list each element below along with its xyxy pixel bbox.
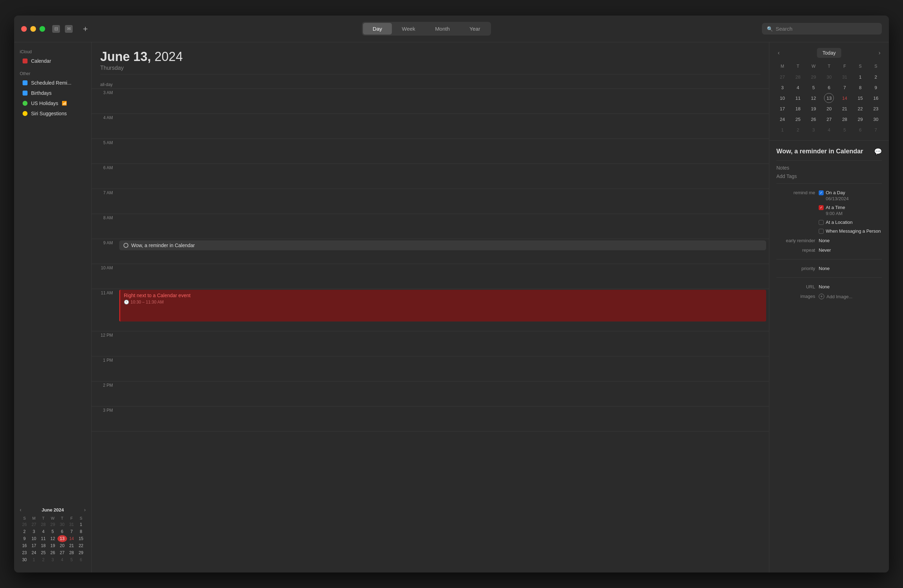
- mini-cal-cell[interactable]: 28: [38, 521, 48, 528]
- mini-cal-cell[interactable]: 8: [76, 528, 86, 535]
- mini-cal-cell[interactable]: 18: [38, 542, 48, 549]
- tab-week[interactable]: Week: [392, 23, 425, 34]
- mini-cal-cell[interactable]: 6: [58, 528, 67, 535]
- top-cal-cell[interactable]: 17: [777, 103, 787, 113]
- top-cal-cell[interactable]: 6: [824, 83, 834, 93]
- sidebar-item-calendar[interactable]: Calendar: [17, 56, 88, 66]
- top-cal-cell[interactable]: 30: [824, 72, 834, 82]
- mini-cal-cell[interactable]: 4: [38, 528, 48, 535]
- mini-cal-cell[interactable]: 5: [48, 528, 58, 535]
- top-cal-cell-selected[interactable]: 13: [824, 93, 834, 103]
- top-cal-cell[interactable]: 4: [793, 83, 803, 93]
- mini-cal-prev[interactable]: ‹: [20, 507, 22, 513]
- mini-cal-cell[interactable]: 25: [38, 549, 48, 556]
- mini-cal-cell[interactable]: 21: [67, 542, 77, 549]
- mini-cal-cell[interactable]: 31: [67, 521, 77, 528]
- at-a-location-row[interactable]: At a Location: [819, 220, 881, 225]
- top-cal-cell[interactable]: 29: [855, 114, 865, 124]
- top-cal-cell[interactable]: 3: [809, 125, 818, 135]
- mini-cal-cell[interactable]: 12: [48, 535, 58, 542]
- mini-cal-cell[interactable]: 27: [29, 521, 39, 528]
- top-cal-cell[interactable]: 25: [793, 114, 803, 124]
- on-a-day-row[interactable]: ✓ On a Day: [819, 190, 881, 195]
- search-bar[interactable]: 🔍 Search: [762, 23, 882, 34]
- top-cal-cell[interactable]: 31: [840, 72, 850, 82]
- tab-day[interactable]: Day: [363, 23, 392, 34]
- top-cal-cell[interactable]: 4: [824, 125, 834, 135]
- top-cal-cell[interactable]: 23: [871, 103, 881, 113]
- add-tags-label[interactable]: Add Tags: [776, 173, 882, 179]
- sidebar-item-birthdays[interactable]: Birthdays: [17, 88, 88, 98]
- mini-cal-cell[interactable]: 16: [20, 542, 29, 549]
- top-cal-cell[interactable]: 21: [840, 103, 850, 113]
- mini-cal-cell[interactable]: 28: [67, 549, 77, 556]
- top-cal-cell[interactable]: 28: [840, 114, 850, 124]
- add-image-button[interactable]: + Add Image...: [819, 294, 853, 299]
- mini-cal-cell[interactable]: 24: [29, 549, 39, 556]
- top-cal-cell[interactable]: 15: [855, 93, 865, 103]
- mini-cal-cell[interactable]: 5: [67, 556, 77, 563]
- mini-cal-cell[interactable]: 7: [67, 528, 77, 535]
- on-a-day-checkbox[interactable]: ✓: [819, 190, 824, 195]
- top-cal-cell[interactable]: 2: [871, 72, 881, 82]
- top-cal-cell[interactable]: 9: [871, 83, 881, 93]
- mini-cal-next[interactable]: ›: [84, 507, 86, 513]
- top-cal-cell[interactable]: 20: [824, 103, 834, 113]
- top-cal-cell[interactable]: 30: [871, 114, 881, 124]
- tab-year[interactable]: Year: [459, 23, 490, 34]
- time-grid[interactable]: 3 AM 4 AM 5 AM 6 AM 7 AM: [92, 89, 769, 572]
- at-a-time-checkbox[interactable]: ✓: [819, 205, 824, 210]
- top-cal-cell[interactable]: 3: [777, 83, 787, 93]
- fullscreen-button[interactable]: [39, 26, 45, 32]
- top-cal-cell[interactable]: 16: [871, 93, 881, 103]
- close-button[interactable]: [21, 26, 27, 32]
- top-cal-cell[interactable]: 19: [809, 103, 818, 113]
- top-cal-cell[interactable]: 24: [777, 114, 787, 124]
- reminder-event-wow[interactable]: Wow, a reminder in Calendar: [119, 240, 766, 250]
- top-cal-cell[interactable]: 8: [855, 83, 865, 93]
- mini-cal-cell[interactable]: 9: [20, 535, 29, 542]
- mini-cal-cell[interactable]: 27: [58, 549, 67, 556]
- mini-cal-cell[interactable]: 30: [20, 556, 29, 563]
- chat-icon[interactable]: 💬: [874, 148, 882, 155]
- mini-cal-cell[interactable]: 23: [20, 549, 29, 556]
- mini-cal-cell[interactable]: 15: [76, 535, 86, 542]
- sidebar-item-siri[interactable]: Siri Suggestions: [17, 108, 88, 118]
- mini-cal-cell[interactable]: 17: [29, 542, 39, 549]
- top-cal-cell[interactable]: 5: [809, 83, 818, 93]
- mini-cal-cell[interactable]: 30: [58, 521, 67, 528]
- mini-cal-cell[interactable]: 19: [48, 542, 58, 549]
- at-a-time-row[interactable]: ✓ At a Time: [819, 205, 881, 210]
- sidebar-toggle-icon[interactable]: ⊟: [52, 25, 60, 33]
- mini-cal-cell[interactable]: 22: [76, 542, 86, 549]
- when-messaging-row[interactable]: When Messaging a Person: [819, 229, 881, 234]
- top-cal-cell[interactable]: 7: [871, 125, 881, 135]
- mini-cal-cell[interactable]: 2: [38, 556, 48, 563]
- mini-cal-cell[interactable]: 6: [76, 556, 86, 563]
- top-mini-cal-prev[interactable]: ‹: [775, 48, 782, 58]
- mini-cal-cell[interactable]: 1: [76, 521, 86, 528]
- top-cal-cell[interactable]: 14: [840, 93, 850, 103]
- top-cal-cell[interactable]: 27: [777, 72, 787, 82]
- mini-cal-cell[interactable]: 3: [29, 528, 39, 535]
- mini-cal-cell[interactable]: 20: [58, 542, 67, 549]
- today-button[interactable]: Today: [817, 48, 841, 58]
- top-cal-cell[interactable]: 12: [809, 93, 818, 103]
- top-mini-cal-next[interactable]: ›: [876, 48, 883, 58]
- mini-cal-cell[interactable]: 29: [48, 521, 58, 528]
- when-messaging-checkbox[interactable]: [819, 229, 824, 234]
- at-a-location-checkbox[interactable]: [819, 220, 824, 225]
- add-event-button[interactable]: +: [80, 23, 91, 34]
- note-icon[interactable]: ✉: [65, 25, 73, 33]
- calendar-event-right-next[interactable]: Right next to a Calendar event 🕙 10:30 –…: [119, 290, 766, 321]
- mini-cal-cell[interactable]: 11: [38, 535, 48, 542]
- tab-month[interactable]: Month: [425, 23, 459, 34]
- mini-cal-today[interactable]: 13: [58, 535, 67, 542]
- mini-cal-cell[interactable]: 3: [48, 556, 58, 563]
- top-cal-cell[interactable]: 28: [793, 72, 803, 82]
- top-cal-cell[interactable]: 29: [809, 72, 818, 82]
- top-cal-cell[interactable]: 22: [855, 103, 865, 113]
- top-cal-cell[interactable]: 1: [855, 72, 865, 82]
- top-cal-cell[interactable]: 6: [855, 125, 865, 135]
- mini-cal-cell[interactable]: 2: [20, 528, 29, 535]
